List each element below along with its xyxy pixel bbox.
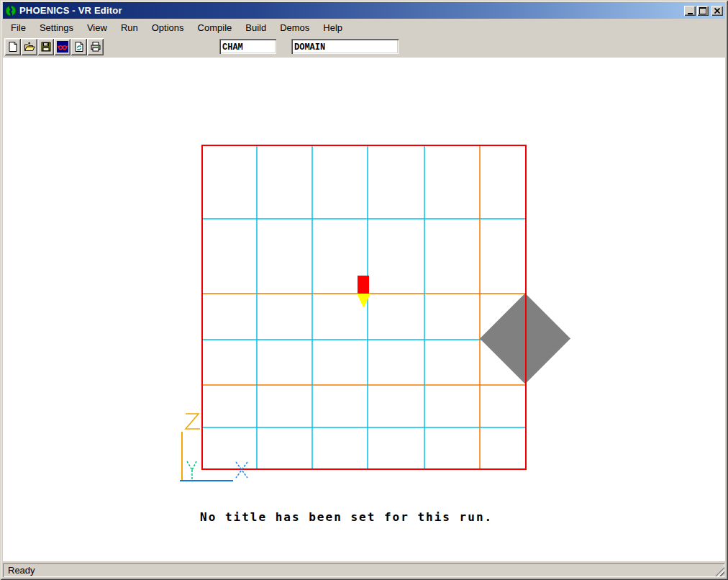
menu-item-compile[interactable]: Compile <box>197 21 233 35</box>
cham-input[interactable] <box>219 39 276 54</box>
probe-marker[interactable] <box>358 276 369 294</box>
caption-buttons <box>683 6 725 16</box>
title-bar: PHOENICS - VR Editor <box>3 2 725 19</box>
status-message: Ready <box>3 563 724 577</box>
open-file-button[interactable] <box>21 38 37 55</box>
window-title: PHOENICS - VR Editor <box>19 5 122 16</box>
save-file-button[interactable] <box>37 38 54 55</box>
minimize-button[interactable] <box>684 6 696 16</box>
close-button[interactable] <box>711 6 723 16</box>
open-folder-icon <box>24 41 35 53</box>
status-bar: Ready <box>3 561 725 577</box>
probe-arrow <box>357 294 370 308</box>
maximize-button[interactable] <box>697 6 709 16</box>
menu-item-help[interactable]: Help <box>322 21 343 35</box>
menu-item-view[interactable]: View <box>86 21 108 35</box>
printer-icon <box>90 41 101 53</box>
close-icon <box>714 8 720 14</box>
domain-border <box>202 145 526 469</box>
new-document-icon <box>7 41 19 53</box>
toolbar-buttons <box>4 38 104 55</box>
vr-canvas[interactable]: No title has been set for this run. <box>3 58 725 561</box>
new-file-button[interactable] <box>4 38 21 55</box>
print-button[interactable] <box>87 38 104 55</box>
menu-item-file[interactable]: File <box>10 21 27 35</box>
save-floppy-icon <box>40 41 52 53</box>
vr-scene <box>3 58 725 561</box>
phoenics-logo-icon <box>5 5 17 17</box>
domain-input[interactable] <box>291 39 399 54</box>
viewer-button[interactable] <box>54 38 70 55</box>
eyeglasses-icon <box>57 41 68 53</box>
menu-item-demos[interactable]: Demos <box>279 21 310 35</box>
menu-item-run[interactable]: Run <box>120 21 139 35</box>
menu-bar: FileSettingsViewRunOptionsCompileBuildDe… <box>3 19 725 36</box>
menu-item-settings[interactable]: Settings <box>39 21 74 35</box>
maximize-icon <box>699 7 706 14</box>
phoenics-window: PHOENICS - VR Editor FileSettingsViewRun… <box>0 0 728 580</box>
menu-item-options[interactable]: Options <box>151 21 185 35</box>
toolbar <box>3 36 725 58</box>
refresh-document-icon <box>73 41 85 53</box>
run-title-text: No title has been set for this run. <box>200 510 493 524</box>
reload-button[interactable] <box>70 38 87 55</box>
z-axis-label <box>186 414 200 429</box>
y-axis-label <box>187 461 196 479</box>
minimize-icon <box>688 13 693 14</box>
menu-item-build[interactable]: Build <box>245 21 267 35</box>
